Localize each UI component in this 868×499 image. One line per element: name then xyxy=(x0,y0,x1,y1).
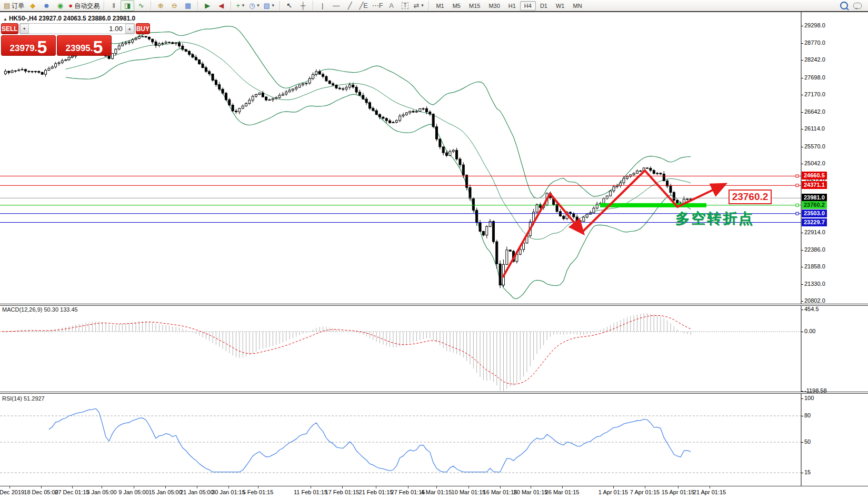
price-axis-label: 27698.0 xyxy=(804,74,825,81)
macd-axis-label: 454.5 xyxy=(804,306,819,312)
chat-icon[interactable] xyxy=(853,3,862,9)
vertical-line-button[interactable]: | xyxy=(316,0,330,11)
sell-price-box[interactable]: 23979.5 xyxy=(1,35,56,56)
time-tick xyxy=(9,486,10,488)
periods-icon: ◷ xyxy=(249,2,255,9)
price-axis-label: 21330.0 xyxy=(804,281,825,287)
chart-shift-button[interactable]: ◀ xyxy=(214,0,228,11)
chart-candles-button[interactable]: ◨ xyxy=(121,0,134,11)
periods-button[interactable]: ◷▼ xyxy=(247,0,262,11)
search-icon[interactable] xyxy=(840,2,848,9)
time-axis-line xyxy=(0,486,868,486)
rsi-value: 51.2927 xyxy=(24,395,45,402)
text-button[interactable]: A xyxy=(385,0,398,11)
time-tick xyxy=(613,486,614,488)
timeframe-w1[interactable]: W1 xyxy=(552,1,569,11)
price-chart[interactable] xyxy=(0,12,868,304)
chevron-down-icon: ▼ xyxy=(271,4,275,8)
cursor-button[interactable]: ↖ xyxy=(283,0,296,11)
volume-increase-button[interactable]: ▲ xyxy=(125,24,134,34)
time-tick xyxy=(531,486,531,488)
sell-button[interactable]: SELL xyxy=(1,23,18,34)
turning-point-annotation[interactable]: 多空转折点 xyxy=(675,209,754,228)
chart-title: ▲HK50-,H4 23927.0 24063.5 23886.0 23981.… xyxy=(3,15,135,22)
profile-icon: ☻ xyxy=(43,2,50,9)
price-callout-23760[interactable]: 23760.2 xyxy=(729,189,772,204)
trendline-button[interactable]: ╱ xyxy=(343,0,357,11)
time-axis-label: 21 Jan 05:00 xyxy=(180,489,214,495)
macd-axis-label: -1198.58 xyxy=(804,387,827,394)
axis-tick xyxy=(801,78,803,78)
timeframe-h1[interactable]: H1 xyxy=(504,1,520,11)
equidistant-channel-icon: ╱E xyxy=(359,2,368,9)
auto-scroll-button[interactable]: ▶ xyxy=(201,0,214,11)
sell-price-pip: 5 xyxy=(37,40,47,55)
axis-tick xyxy=(801,398,803,399)
timeframe-mn[interactable]: MN xyxy=(568,1,586,11)
new-order-button[interactable]: ▤订单 xyxy=(2,0,26,11)
new-indicator-button[interactable]: +▼ xyxy=(234,0,247,11)
axis-tick xyxy=(801,26,803,26)
toolbar-separator xyxy=(104,1,104,11)
autotrading-button[interactable]: ●自动交易 xyxy=(67,0,101,11)
arrows-button[interactable]: ⇄▼ xyxy=(412,0,426,11)
time-axis-label: 5 Feb 01:15 xyxy=(243,489,274,495)
market-watch-icon: ◆ xyxy=(30,2,35,9)
rsi-pane[interactable] xyxy=(0,394,868,486)
time-axis-label: 15 Apr 01:15 xyxy=(662,489,694,495)
price-axis-label: 21858.0 xyxy=(804,263,825,270)
trendline-icon: ╱ xyxy=(348,2,352,9)
axis-tick xyxy=(801,310,803,310)
time-tick xyxy=(102,486,102,488)
macd-axis-label: 0.00 xyxy=(804,328,815,334)
time-tick xyxy=(228,486,229,488)
new-indicator-icon: + xyxy=(236,2,240,9)
horizontal-line-button[interactable]: ― xyxy=(330,0,343,11)
price-axis-label: 22914.0 xyxy=(804,229,825,235)
zoom-in-icon: ⊕ xyxy=(158,2,164,9)
volume-spinner: ▼ ▲ xyxy=(19,23,135,34)
auto-scroll-icon: ▶ xyxy=(205,2,210,9)
timeframe-m30[interactable]: M30 xyxy=(484,1,504,11)
tile-windows-button[interactable]: ▦ xyxy=(181,0,195,11)
signals-button[interactable]: ◉ xyxy=(53,0,67,11)
profile-button[interactable]: ☻ xyxy=(39,0,53,11)
sell-price: 23979 xyxy=(10,44,35,53)
volume-input[interactable] xyxy=(29,24,125,34)
time-tick xyxy=(436,486,437,488)
timeframe-m1[interactable]: M1 xyxy=(432,1,448,11)
buy-price-box[interactable]: 23995.5 xyxy=(57,35,112,56)
fibonacci-button[interactable]: ⋯F xyxy=(371,0,385,11)
price-axis-label: 26642.0 xyxy=(804,108,825,115)
chart-bars-button[interactable]: ‖ xyxy=(107,0,121,11)
rsi-axis-label: 50 xyxy=(804,438,811,445)
time-axis-label: 1 Apr 01:15 xyxy=(598,489,628,495)
zoom-out-button[interactable]: ⊖ xyxy=(167,0,181,11)
zoom-in-button[interactable]: ⊕ xyxy=(154,0,167,11)
timeframe-m15[interactable]: M15 xyxy=(465,1,484,11)
time-axis-label: 3 Jan 05:00 xyxy=(86,489,117,495)
axis-tick xyxy=(801,284,803,285)
price-level-badge: 23760.2 xyxy=(802,201,827,209)
crosshair-button[interactable]: ┼ xyxy=(296,0,310,11)
templates-button[interactable]: ▧▼ xyxy=(262,0,276,11)
market-watch-button[interactable]: ◆ xyxy=(26,0,39,11)
equidistant-channel-button[interactable]: ╱E xyxy=(357,0,371,11)
time-tick xyxy=(258,486,258,488)
macd-pane[interactable] xyxy=(0,306,868,392)
text-label-button[interactable]: T xyxy=(398,0,412,11)
timeframe-h4[interactable]: H4 xyxy=(520,1,536,11)
rsi-axis-label: 100 xyxy=(804,395,814,401)
time-axis-label: 26 Mar 01:15 xyxy=(545,489,580,495)
chart-line-icon: ∿ xyxy=(138,2,144,9)
chart-line-button[interactable]: ∿ xyxy=(134,0,148,11)
trading-terminal-window: ▤订单◆☻◉●自动交易‖◨∿⊕⊖▦▶◀+▼◷▼▧▼↖┼|―╱╱E⋯FAT⇄▼M1… xyxy=(0,0,868,499)
price-axis-label: 27170.0 xyxy=(804,91,825,97)
volume-decrease-button[interactable]: ▼ xyxy=(20,24,29,34)
timeframe-d1[interactable]: D1 xyxy=(536,1,552,11)
axis-tick xyxy=(801,301,803,302)
price-level-badge: 23503.0 xyxy=(802,209,827,217)
buy-button[interactable]: BUY xyxy=(136,23,150,34)
timeframe-m5[interactable]: M5 xyxy=(448,1,465,11)
chart-shift-icon: ◀ xyxy=(218,2,224,9)
